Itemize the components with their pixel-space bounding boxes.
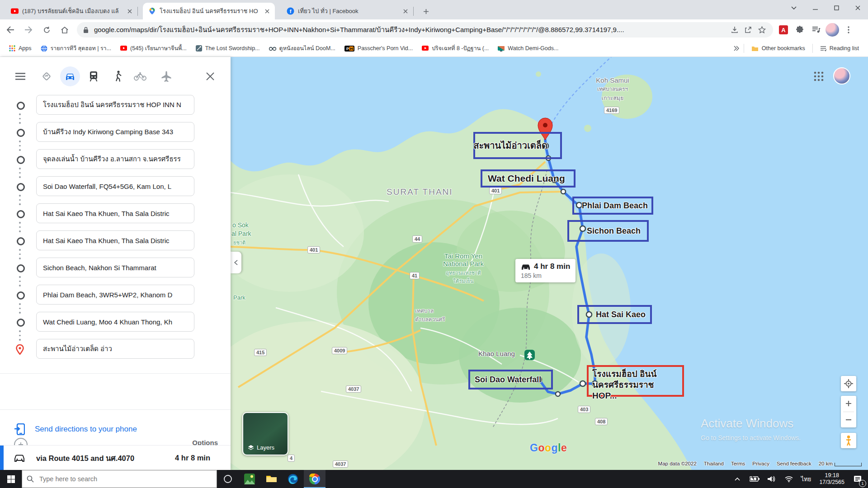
volume-icon[interactable] bbox=[764, 470, 779, 488]
waypoint-circle-icon bbox=[17, 102, 25, 110]
tab-close-icon[interactable] bbox=[263, 7, 271, 15]
refresh-button[interactable] bbox=[39, 22, 54, 38]
edge-browser-icon[interactable] bbox=[282, 470, 304, 488]
collapse-panel-button[interactable] bbox=[231, 252, 241, 273]
travel-mode-walking[interactable] bbox=[108, 66, 128, 86]
travel-mode-driving[interactable] bbox=[60, 66, 80, 86]
forward-button[interactable] bbox=[21, 22, 36, 38]
lock-icon bbox=[83, 27, 89, 33]
waypoint-input-destination[interactable] bbox=[36, 339, 194, 359]
profile-avatar[interactable] bbox=[826, 23, 839, 37]
bookmark-tv-site[interactable]: รายการทีวี สุดฮอท | รา... bbox=[38, 42, 114, 54]
notification-center-icon[interactable]: 1 bbox=[850, 470, 865, 488]
download-icon[interactable] bbox=[728, 23, 741, 37]
pegman-street-view[interactable] bbox=[841, 433, 856, 448]
travel-mode-cycling[interactable] bbox=[130, 66, 150, 86]
google-maps-favicon bbox=[148, 7, 156, 15]
route-duration: 4 hr 8 min bbox=[175, 454, 210, 462]
language-indicator[interactable]: ไทย bbox=[798, 474, 814, 484]
search-icon bbox=[27, 475, 34, 483]
waypoint-input-6[interactable] bbox=[36, 230, 194, 250]
waypoint-input-4[interactable] bbox=[36, 176, 194, 196]
tooltip-duration: 4 hr 8 min bbox=[534, 262, 570, 271]
tab-close-icon[interactable] bbox=[126, 7, 134, 15]
bookmark-lost-swordship[interactable]: The Lost Swordship... bbox=[193, 44, 263, 53]
reading-list-button[interactable]: Reading list bbox=[817, 44, 862, 53]
omnibox[interactable] bbox=[77, 22, 773, 38]
send-to-phone-row[interactable]: Send directions to your phone bbox=[0, 418, 231, 440]
other-bookmarks-button[interactable]: Other bookmarks bbox=[749, 44, 808, 53]
taskbar-clock[interactable]: 19:18 17/3/2565 bbox=[816, 472, 848, 486]
route-badge: 408 bbox=[595, 418, 608, 425]
start-button[interactable] bbox=[0, 470, 22, 488]
new-tab-button[interactable] bbox=[420, 5, 432, 18]
bookmark-demi-gods[interactable]: Watch Demi-Gods... bbox=[495, 44, 561, 53]
poi-box-phlai-dam-beach: Phlai Dam Beach bbox=[572, 197, 653, 215]
waypoint-row-destination bbox=[0, 339, 231, 360]
my-location-button[interactable] bbox=[841, 376, 856, 391]
minimize-button[interactable] bbox=[805, 0, 826, 15]
close-directions-icon[interactable] bbox=[200, 66, 220, 86]
account-avatar[interactable] bbox=[833, 67, 850, 84]
layers-control[interactable]: Layers bbox=[242, 412, 288, 455]
waypoint-input-7[interactable] bbox=[36, 258, 194, 277]
home-button[interactable] bbox=[57, 22, 72, 38]
bookmark-youtube-dharma[interactable]: ปริจเฉทที่ 8 -ปัฏฐาน (... bbox=[419, 42, 491, 54]
cortana-button[interactable] bbox=[217, 470, 239, 488]
terms-link[interactable]: Terms bbox=[731, 461, 745, 466]
maximize-button[interactable] bbox=[826, 0, 847, 15]
taskbar-search-box[interactable] bbox=[22, 470, 217, 488]
waypoint-input-5[interactable] bbox=[36, 203, 194, 223]
tab-divider bbox=[413, 7, 414, 16]
send-feedback-link[interactable]: Send feedback bbox=[777, 461, 811, 466]
route-duration-tooltip[interactable]: 4 hr 8 min 185 km bbox=[515, 259, 576, 282]
zoom-control bbox=[841, 396, 856, 427]
bookmark-ph[interactable]: PH Passcher's Porn Vid... bbox=[342, 44, 415, 53]
waypoint-row bbox=[0, 285, 231, 305]
waypoint-input-2[interactable] bbox=[36, 122, 194, 142]
extensions-puzzle-icon[interactable] bbox=[793, 23, 807, 37]
photos-app-icon[interactable] bbox=[239, 470, 260, 488]
route-badge: 44 bbox=[412, 235, 422, 243]
travel-mode-transit[interactable] bbox=[84, 66, 104, 86]
browser-menu-icon[interactable] bbox=[842, 23, 855, 37]
url-input[interactable] bbox=[93, 26, 728, 34]
travel-mode-best-route[interactable] bbox=[37, 66, 57, 86]
file-explorer-icon[interactable] bbox=[260, 470, 282, 488]
bookmark-youtube-chinese[interactable]: (545) เรียนภาษาจีนพื้... bbox=[118, 42, 189, 54]
waypoint-input-3[interactable] bbox=[36, 149, 194, 169]
zoom-out-button[interactable] bbox=[841, 412, 856, 428]
bookmark-doomovie[interactable]: ดูหนังออนไลน์ DooM... bbox=[266, 42, 338, 54]
bookmark-star-icon[interactable] bbox=[755, 23, 769, 37]
travel-mode-flight[interactable] bbox=[156, 66, 176, 86]
zoom-in-button[interactable] bbox=[841, 396, 856, 412]
tray-chevron-up-icon[interactable] bbox=[730, 470, 745, 488]
waypoint-input-8[interactable] bbox=[36, 285, 194, 305]
window-menu-chevron-icon[interactable] bbox=[783, 0, 804, 15]
chrome-browser-icon[interactable] bbox=[304, 470, 326, 488]
bookmark-apps[interactable]: Apps bbox=[6, 44, 34, 53]
google-apps-grid-icon[interactable] bbox=[814, 71, 824, 81]
tab-title: (187) บรรลัยยนต์เช็คอิน เมืองเบตง แล้ bbox=[22, 6, 122, 16]
tab-google-maps[interactable]: โรงแรมฮ็อป อินน์ นครศรีธรรมราช HO bbox=[143, 3, 275, 19]
label-surat-thani: SURAT THANI bbox=[387, 187, 453, 197]
waypoint-input-1[interactable] bbox=[36, 95, 194, 115]
share-icon[interactable] bbox=[741, 23, 755, 37]
taskbar-search-input[interactable] bbox=[38, 475, 212, 483]
close-window-button[interactable] bbox=[847, 0, 868, 15]
bookmarks-overflow-chevron-icon[interactable] bbox=[733, 46, 739, 51]
back-button[interactable] bbox=[3, 22, 18, 38]
privacy-link[interactable]: Privacy bbox=[752, 461, 769, 466]
menu-hamburger-icon[interactable] bbox=[10, 66, 30, 86]
tab-facebook[interactable]: f เที่ยว ไป ทั่ว | Facebook bbox=[281, 3, 413, 19]
battery-icon[interactable] bbox=[747, 470, 762, 488]
route-via-label: via Route 4015 and นศ.4070 bbox=[36, 452, 175, 464]
adobe-pdf-extension-icon[interactable]: A bbox=[777, 23, 790, 37]
waypoint-input-9[interactable] bbox=[36, 312, 194, 332]
route-summary-row[interactable]: via Route 4015 and นศ.4070 4 hr 8 min bbox=[0, 445, 231, 470]
wifi-icon[interactable] bbox=[781, 470, 797, 488]
playlist-extension-icon[interactable] bbox=[809, 23, 823, 37]
tab-youtube[interactable]: (187) บรรลัยยนต์เช็คอิน เมืองเบตง แล้ bbox=[5, 3, 137, 19]
map-canvas[interactable]: Koh Samui เทศบาลนครฯ เกาะสมุย SURAT THAN… bbox=[231, 57, 868, 470]
tab-close-icon[interactable] bbox=[401, 7, 410, 15]
